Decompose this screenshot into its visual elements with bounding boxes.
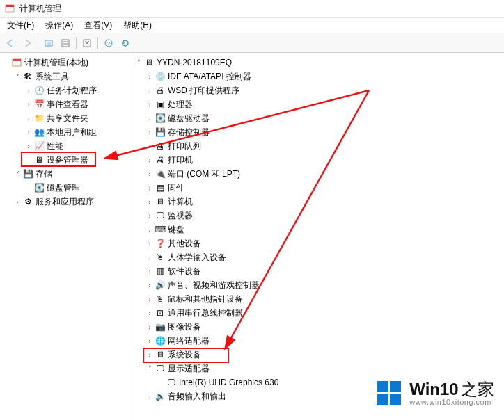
left-diskmgmt-label: 磁盘管理: [47, 182, 84, 194]
twisty-closed-icon[interactable]: ›: [145, 322, 155, 332]
cpu-icon: ▣: [155, 99, 166, 110]
right-firmware[interactable]: ›▤固件: [132, 181, 504, 195]
right-keyboard[interactable]: ›⌨键盘: [132, 223, 504, 236]
twisty-icon[interactable]: [1, 58, 11, 67]
content: 计算机管理(本地) ˅ 🛠 系统工具 ›🕘任务计划程序›📅事件查看器›📁共享文件…: [0, 53, 504, 420]
twisty-closed-icon[interactable]: ›: [24, 86, 33, 95]
right-storctrl[interactable]: ›💾存储控制器: [132, 125, 504, 139]
menu-action[interactable]: 操作(A): [41, 18, 77, 33]
monitor-icon: 🖵: [155, 210, 166, 221]
svg-text:?: ?: [107, 40, 111, 47]
twisty-open-icon[interactable]: ˅: [145, 364, 155, 373]
right-item-label: 软件设备: [168, 266, 205, 277]
twisty-closed-icon[interactable]: ›: [145, 113, 155, 123]
left-event-viewer[interactable]: ›📅事件查看器: [0, 97, 132, 111]
twisty-closed-icon[interactable]: ›: [24, 141, 33, 151]
toolbar-forward-icon[interactable]: [19, 35, 35, 51]
twisty-closed-icon[interactable]: ›: [145, 350, 155, 360]
right-item-label: 磁盘驱动器: [168, 113, 214, 124]
toolbar-up-icon[interactable]: [41, 35, 56, 51]
left-item-label: 共享文件夹: [47, 113, 93, 124]
twisty-closed-icon[interactable]: ›: [145, 225, 155, 234]
right-display-child[interactable]: 🖵 Intel(R) UHD Graphics 630: [132, 375, 504, 389]
twisty-closed-icon[interactable]: ›: [145, 99, 155, 109]
right-cpu[interactable]: ›▣处理器: [132, 97, 504, 111]
services-icon: ⚙: [22, 196, 33, 207]
right-usb[interactable]: ›⊡通用串行总线控制器: [132, 306, 504, 320]
right-audiovideo[interactable]: ›🔊声音、视频和游戏控制器: [132, 278, 504, 292]
twisty-closed-icon[interactable]: ›: [145, 211, 155, 220]
twisty-closed-icon[interactable]: ›: [24, 113, 33, 123]
hid-icon: 🖱: [155, 252, 166, 263]
toolbar-back-icon[interactable]: [3, 35, 18, 51]
left-storage[interactable]: ˅ 💾 存储: [0, 167, 132, 181]
twisty-closed-icon[interactable]: ›: [145, 141, 155, 151]
twisty-closed-icon[interactable]: ›: [145, 197, 155, 207]
right-mouse[interactable]: ›🖱鼠标和其他指针设备: [132, 292, 504, 306]
twisty-closed-icon[interactable]: ›: [145, 336, 155, 346]
twisty-closed-icon[interactable]: ›: [145, 294, 155, 304]
right-printq[interactable]: ›🖨打印队列: [132, 139, 504, 153]
right-imaging[interactable]: ›📷图像设备: [132, 320, 504, 334]
left-task-scheduler[interactable]: ›🕘任务计划程序: [0, 83, 132, 97]
twisty-closed-icon[interactable]: ›: [145, 280, 155, 290]
left-pane: 计算机管理(本地) ˅ 🛠 系统工具 ›🕘任务计划程序›📅事件查看器›📁共享文件…: [0, 53, 132, 420]
right-net[interactable]: ›🌐网络适配器: [132, 334, 504, 348]
twisty-closed-icon[interactable]: ›: [13, 197, 22, 207]
toolbar-props-icon[interactable]: [58, 35, 73, 51]
right-display-adapters[interactable]: ˅ 🖵 显示适配器: [132, 362, 504, 375]
window-title: 计算机管理: [19, 3, 61, 15]
right-ide[interactable]: ›💿IDE ATA/ATAPI 控制器: [132, 70, 504, 83]
right-item-label: 固件: [168, 182, 189, 194]
twisty-closed-icon[interactable]: ›: [145, 239, 155, 248]
twisty-closed-icon[interactable]: ›: [145, 155, 155, 165]
left-item-label: 事件查看器: [47, 99, 93, 111]
left-disk-mgmt[interactable]: 💽 磁盘管理: [0, 181, 132, 195]
menu-view[interactable]: 查看(V): [80, 18, 116, 33]
left-shared-folders[interactable]: ›📁共享文件夹: [0, 111, 132, 125]
toolbar-help-icon[interactable]: ?: [101, 35, 116, 51]
right-disk[interactable]: ›💽磁盘驱动器: [132, 111, 504, 125]
menu-help[interactable]: 帮助(H): [119, 18, 156, 33]
right-wsd[interactable]: ›🖨WSD 打印提供程序: [132, 83, 504, 97]
twisty-closed-icon[interactable]: ›: [145, 72, 155, 81]
net-icon: 🌐: [155, 335, 166, 346]
twisty-closed-icon[interactable]: ›: [145, 127, 155, 137]
twisty-closed-icon[interactable]: ›: [145, 252, 155, 262]
left-performance[interactable]: ›📈性能: [0, 139, 132, 153]
right-printer[interactable]: ›🖨打印机: [132, 153, 504, 167]
left-systools-label: 系统工具: [36, 71, 73, 83]
menu-file[interactable]: 文件(F): [3, 18, 38, 33]
twisty-closed-icon[interactable]: ›: [145, 391, 155, 401]
twisty-closed-icon[interactable]: ›: [24, 127, 33, 137]
right-item-label: 人体学输入设备: [168, 252, 230, 264]
twisty-closed-icon[interactable]: ›: [24, 99, 33, 109]
svg-rect-4: [62, 40, 69, 47]
right-item-label: 端口 (COM 和 LPT): [168, 168, 244, 180]
left-services[interactable]: › ⚙ 服务和应用程序: [0, 195, 132, 209]
right-computer[interactable]: ›🖥计算机: [132, 195, 504, 209]
left-device-manager[interactable]: 🖥 设备管理器: [0, 153, 132, 167]
twisty-open-icon[interactable]: ˅: [13, 72, 22, 81]
left-systools[interactable]: ˅ 🛠 系统工具: [0, 70, 132, 83]
right-item-label: 存储控制器: [168, 127, 214, 138]
right-other[interactable]: ›❓其他设备: [132, 236, 504, 250]
twisty-open-icon[interactable]: ˅: [134, 58, 143, 67]
right-monitor[interactable]: ›🖵监视器: [132, 209, 504, 223]
right-audioio[interactable]: › 🔉 音频输入和输出: [132, 389, 504, 403]
twisty-closed-icon[interactable]: ›: [145, 86, 155, 95]
twisty-closed-icon[interactable]: ›: [145, 183, 155, 193]
left-root[interactable]: 计算机管理(本地): [0, 56, 132, 70]
twisty-open-icon[interactable]: ˅: [13, 169, 22, 179]
twisty-closed-icon[interactable]: ›: [145, 308, 155, 318]
right-root[interactable]: ˅ 🖥 YYDN-20181109EQ: [132, 56, 504, 70]
toolbar-refresh-icon[interactable]: [118, 35, 133, 51]
twisty-closed-icon[interactable]: ›: [145, 266, 155, 276]
right-software[interactable]: ›▥软件设备: [132, 264, 504, 278]
left-local-users[interactable]: ›👥本地用户和组: [0, 125, 132, 139]
toolbar-x-icon[interactable]: [79, 35, 95, 51]
right-ports[interactable]: ›🔌端口 (COM 和 LPT): [132, 167, 504, 181]
twisty-closed-icon[interactable]: ›: [145, 169, 155, 179]
right-hid[interactable]: ›🖱人体学输入设备: [132, 250, 504, 264]
right-sysdev[interactable]: ›🖥系统设备: [132, 348, 504, 362]
